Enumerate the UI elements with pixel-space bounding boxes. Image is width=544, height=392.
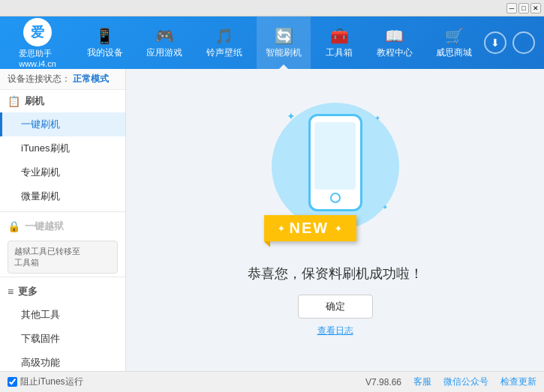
header: 爱 爱思助手 www.i4.cn 📱 我的设备 🎮 应用游戏 🎵 铃声壁纸 🔄 …: [0, 16, 544, 69]
minimize-button[interactable]: ─: [506, 3, 517, 13]
nav-smart-flash[interactable]: 🔄 智能刷机: [257, 16, 311, 69]
nav-ringtones[interactable]: 🎵 铃声壁纸: [197, 16, 251, 69]
nav-weisi-store[interactable]: 🛒 威思商城: [427, 16, 481, 69]
nav-toolbox[interactable]: 🧰 工具箱: [317, 16, 362, 69]
sidebar-item-wipe-flash[interactable]: 微量刷机: [0, 184, 125, 208]
flash-icon: 🔄: [275, 27, 293, 45]
nav-bar: 📱 我的设备 🎮 应用游戏 🎵 铃声壁纸 🔄 智能刷机 🧰 工具箱 📖 教程中心…: [75, 16, 484, 69]
sidebar-item-pro-flash[interactable]: 专业刷机: [0, 160, 125, 184]
sidebar: 设备连接状态： 正常模式 📋 刷机 一键刷机 iTunes刷机 专业刷机 微量刷…: [0, 69, 126, 371]
device-icon: 📱: [95, 27, 114, 45]
device-status-label: 设备连接状态：: [8, 73, 71, 84]
content-area: ✦ ✦ ✦ ✦ NEW ✦ 恭喜您，保资料刷机成功啦！: [126, 69, 544, 371]
title-bar: ─ □ ✕: [0, 0, 544, 16]
account-button[interactable]: 👤: [512, 31, 535, 54]
version-text: V7.98.66: [365, 377, 401, 388]
block-itunes-checkbox[interactable]: [8, 377, 17, 387]
phone-illustration: ✦ ✦ ✦ ✦ NEW ✦: [268, 103, 403, 253]
phone-body: [308, 114, 362, 211]
store-icon: 🛒: [445, 27, 464, 45]
apps-icon: 🎮: [155, 27, 174, 45]
confirm-button[interactable]: 确定: [298, 295, 373, 319]
block-itunes-label[interactable]: 阻止iTunes运行: [8, 376, 83, 388]
ringtones-icon: 🎵: [215, 27, 233, 45]
sidebar-section-jailbreak: 🔒 一键越狱: [0, 215, 125, 238]
customer-service-link[interactable]: 客服: [413, 376, 431, 388]
status-bar: 阻止iTunes运行 V7.98.66 客服 微信公众号 检查更新: [0, 371, 544, 392]
sparkle-1: ✦: [287, 110, 296, 122]
close-button[interactable]: ✕: [530, 3, 541, 13]
nav-apps-games[interactable]: 🎮 应用游戏: [137, 16, 191, 69]
new-ribbon: ✦ NEW ✦: [264, 215, 356, 241]
sidebar-section-more: ≡ 更多: [0, 280, 125, 303]
status-left: 阻止iTunes运行: [8, 376, 83, 388]
sparkle-2: ✦: [374, 114, 380, 122]
main-area: 设备连接状态： 正常模式 📋 刷机 一键刷机 iTunes刷机 专业刷机 微量刷…: [0, 69, 544, 371]
sidebar-item-itunes-flash[interactable]: iTunes刷机: [0, 136, 125, 160]
phone-background-circle: ✦ ✦ ✦: [272, 103, 399, 230]
device-status-value: 正常模式: [73, 73, 109, 84]
more-icon: ≡: [8, 286, 14, 298]
sidebar-item-advanced[interactable]: 高级功能: [0, 351, 125, 371]
phone-home-button: [330, 193, 341, 203]
nav-tutorials[interactable]: 📖 教程中心: [368, 16, 422, 69]
nav-right-buttons: ⬇ 👤: [484, 31, 544, 54]
tutorials-icon: 📖: [385, 27, 404, 45]
logo-icon: 爱: [23, 18, 52, 46]
download-button[interactable]: ⬇: [484, 31, 506, 54]
sidebar-divider-2: [0, 277, 125, 277]
sparkle-3: ✦: [382, 203, 388, 211]
logo: 爱 爱思助手 www.i4.cn: [0, 12, 75, 74]
lock-icon: 🔒: [8, 220, 20, 232]
status-right: V7.98.66 客服 微信公众号 检查更新: [365, 376, 536, 388]
phone-screen: [314, 122, 356, 190]
check-update-link[interactable]: 检查更新: [500, 376, 536, 388]
nav-my-device[interactable]: 📱 我的设备: [78, 16, 132, 69]
success-text: 恭喜您，保资料刷机成功啦！: [248, 265, 423, 283]
logo-text: 爱思助手 www.i4.cn: [19, 48, 56, 68]
sidebar-divider-1: [0, 211, 125, 212]
sidebar-section-flash: 📋 刷机: [0, 90, 125, 112]
sidebar-jailbreak-info: 越狱工具已转移至 工具箱: [8, 241, 118, 274]
maximize-button[interactable]: □: [518, 3, 529, 13]
sidebar-item-other-tools[interactable]: 其他工具: [0, 303, 125, 327]
sidebar-item-onekey-flash[interactable]: 一键刷机: [0, 112, 125, 136]
toolbox-icon: 🧰: [330, 27, 349, 45]
flash-section-icon: 📋: [8, 95, 20, 107]
view-log-link[interactable]: 查看日志: [317, 325, 353, 337]
wechat-link[interactable]: 微信公众号: [443, 376, 488, 388]
sidebar-item-download-firmware[interactable]: 下载固件: [0, 327, 125, 351]
